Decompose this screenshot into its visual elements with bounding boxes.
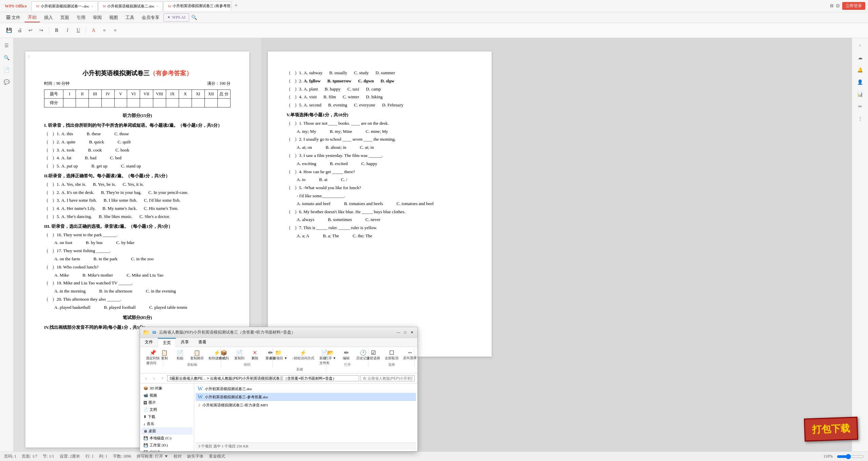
tab-1[interactable]: W 小升初英语模拟测试卷一-.doc × — [32, 1, 97, 11]
section5-questions: （）1. Those are not ____ books. ____ are … — [287, 120, 473, 240]
fe-forward-btn[interactable]: › — [151, 375, 158, 382]
fe-tree-d1[interactable]: 💾工作室 (D:) — [141, 442, 193, 449]
fe-copy-path-btn[interactable]: 📋 复制路径 — [188, 348, 206, 362]
v-q6: （）6. My brother doesn't like blue. He __… — [287, 208, 473, 216]
fe-tab-share[interactable]: 共享 — [176, 338, 194, 347]
search-tool-icon[interactable]: 🔍 — [191, 15, 197, 20]
doc-header-info: 时间：90 分钟 满分：100 分 — [44, 80, 231, 87]
status-spell[interactable]: 拼写检查: 打开 ▼ — [137, 454, 168, 459]
fe-tree-pic[interactable]: 🖼图片 — [141, 399, 193, 406]
menu-ref[interactable]: 引用 — [73, 13, 89, 22]
fe-left-panel: 📦3D 对象 📹视频 🖼图片 📄文档 ⬇下载 ♪音乐 🖥桌面 💾本地磁盘 (C:… — [140, 383, 194, 451]
tab-1-close[interactable]: × — [91, 4, 93, 8]
menu-hamburger[interactable]: ☰ 文件 — [3, 13, 24, 22]
download-banner[interactable]: 打包下载 — [804, 417, 858, 441]
menu-review[interactable]: 审阅 — [90, 13, 105, 22]
bold-btn[interactable]: B — [52, 26, 61, 35]
right-icon-6[interactable]: ⋮ — [855, 114, 865, 123]
fe-title-text: 云南省人教版(PEP)小升初英语模拟测试卷三（含答案+听力书面材料+音盘） — [159, 329, 393, 335]
fe-copyto-btn[interactable]: 📄 复制到 — [232, 348, 247, 362]
fe-file-2[interactable]: W 小升初英语模拟测试卷三-参考答案.doc — [196, 393, 416, 401]
ai-icon: ✦ — [167, 15, 171, 20]
login-button[interactable]: 立即登录 — [842, 2, 865, 10]
italic-btn[interactable]: I — [63, 26, 72, 35]
fe-tree-doc[interactable]: 📄文档 — [141, 406, 193, 413]
right-icon-1[interactable]: ☁ — [855, 53, 865, 62]
fe-address-bar[interactable] — [167, 375, 359, 381]
fe-close-btn[interactable]: ✕ — [409, 330, 415, 335]
fe-newfolder-btn[interactable]: 📁 新建项目 ▼ — [268, 348, 289, 366]
fe-file-1[interactable]: W 小升初英语模拟测试卷三.doc — [196, 385, 416, 393]
fe-tree-music[interactable]: ♪音乐 — [141, 420, 193, 427]
right-icon-3[interactable]: 👤 — [855, 77, 865, 87]
fe-tree-c[interactable]: 💾本地磁盘 (C:) — [141, 435, 193, 442]
fe-move-btn[interactable]: 📦 移动到 — [216, 348, 231, 362]
tab-add-button[interactable]: + — [232, 1, 240, 9]
align-left-btn[interactable]: ≡ — [100, 26, 109, 35]
fe-tab-file[interactable]: 文件 — [140, 338, 158, 347]
right-icon-2[interactable]: 🔔 — [855, 65, 865, 75]
fe-easyaccess-btn[interactable]: ⚡ ↓轻松访问方式 — [290, 348, 316, 366]
font-color-btn[interactable]: A — [89, 26, 98, 35]
fe-tree-3d[interactable]: 📦3D 对象 — [141, 385, 193, 392]
resize-handle[interactable]: ⠿ — [27, 54, 30, 60]
v-q7: （）7. This is _____ ruler. _____ ruler is… — [287, 224, 473, 232]
align-center-btn[interactable]: ≡ — [111, 26, 120, 35]
tab-3[interactable]: W 小升初英语模拟测试卷三 (有参考答案).doc × — [163, 1, 231, 11]
fe-back-btn[interactable]: ‹ — [143, 375, 150, 382]
zoom-slider[interactable] — [837, 454, 864, 459]
fe-tree-dl[interactable]: ⬇下载 — [141, 413, 193, 420]
fe-copy-btn[interactable]: 📋 复制 — [157, 348, 172, 362]
fe-deselect-btn[interactable]: ☐ 全部取消 — [383, 348, 400, 362]
status-font: 缺失字体 — [187, 454, 203, 459]
q3-17: （）17. They went fishing ______. — [44, 247, 231, 255]
tab-2-close[interactable]: × — [157, 4, 159, 8]
fe-tab-view[interactable]: 查看 — [194, 338, 211, 347]
tab-2[interactable]: W 小升初英语模拟测试卷二.doc × — [98, 1, 163, 11]
save-btn[interactable]: 💾 — [4, 26, 14, 35]
fe-file-3[interactable]: ♪ 小升初英语模拟测试卷三-听力录音.MP3 — [196, 401, 416, 409]
wps-ai-button[interactable]: ✦ WPS AI — [163, 13, 189, 22]
fe-restore-btn[interactable]: □ — [402, 330, 408, 335]
fe-edit-btn[interactable]: ✏ 编辑 — [339, 348, 354, 362]
fe-search-input[interactable] — [360, 375, 415, 381]
right-collapse-icon[interactable]: › — [855, 41, 865, 50]
underline-btn[interactable]: U — [74, 26, 83, 35]
sidebar-nav-icon[interactable]: ☰ — [2, 41, 12, 50]
right-icon-5[interactable]: ✏ — [855, 102, 865, 111]
q2-3: （）3. A. I have some fish. B. I like some… — [44, 197, 231, 204]
fe-minimize-btn[interactable]: — — [396, 330, 401, 335]
q2-1: （）1. A. Yes, she is. B. Yes, he is. C. Y… — [44, 181, 231, 188]
q1-4: （）4. A. fat B. bad C. bed — [44, 155, 231, 162]
menu-view[interactable]: 视图 — [106, 13, 121, 22]
sidebar-zoom-icon[interactable]: 🔍 — [2, 53, 12, 62]
menu-vip[interactable]: 会员专享 — [138, 13, 163, 22]
fe-tree-d2[interactable]: 💾老磁盘 (D:) — [141, 449, 193, 451]
redo-btn[interactable]: ↪ — [37, 26, 46, 35]
minimize-icon[interactable]: ⊟ — [830, 3, 833, 8]
menu-insert[interactable]: 插入 — [41, 13, 56, 22]
fe-delete-btn[interactable]: ✕ 删除 — [248, 348, 262, 362]
menu-page[interactable]: 页面 — [57, 13, 73, 22]
fe-up-btn[interactable]: ↑ — [159, 375, 166, 382]
fe-paste-btn[interactable]: 📄 粘贴 — [173, 348, 188, 362]
fe-invert-btn[interactable]: ↔ 反向选择 — [401, 348, 419, 362]
q2-4: （）4. A. Her name's Lily. B. My name's Ja… — [44, 205, 231, 212]
restore-icon[interactable]: ⊡ — [836, 3, 840, 8]
undo-btn[interactable]: ↩ — [26, 26, 35, 35]
fe-selectall-btn[interactable]: ☑ 全部选择 — [364, 348, 382, 362]
fe-tab-home[interactable]: 主页 — [158, 338, 176, 347]
fe-tree-video[interactable]: 📹视频 — [141, 392, 193, 399]
fe-open-btn[interactable]: 📂 打开 ▼ — [323, 348, 338, 362]
sidebar-comment-icon[interactable]: 💬 — [2, 77, 12, 87]
menu-tools[interactable]: 工具 — [122, 13, 138, 22]
status-position: 设置: 2厘米 — [60, 454, 80, 459]
fe-status-bar: 3 个项目 选中 1 个项目 236 KB — [196, 442, 416, 450]
fe-tree-desktop[interactable]: 🖥桌面 — [141, 427, 193, 435]
q3-18: （）18. Who cooked lunch? — [44, 264, 231, 271]
right-icon-4[interactable]: 📊 — [855, 89, 865, 99]
fe-file-3-name: 小升初英语模拟测试卷三-听力录音.MP3 — [202, 403, 268, 408]
menu-home[interactable]: 开始 — [24, 13, 40, 22]
sidebar-page-icon[interactable]: 📄 — [2, 65, 12, 75]
print-btn[interactable]: 🖨 — [15, 26, 24, 35]
